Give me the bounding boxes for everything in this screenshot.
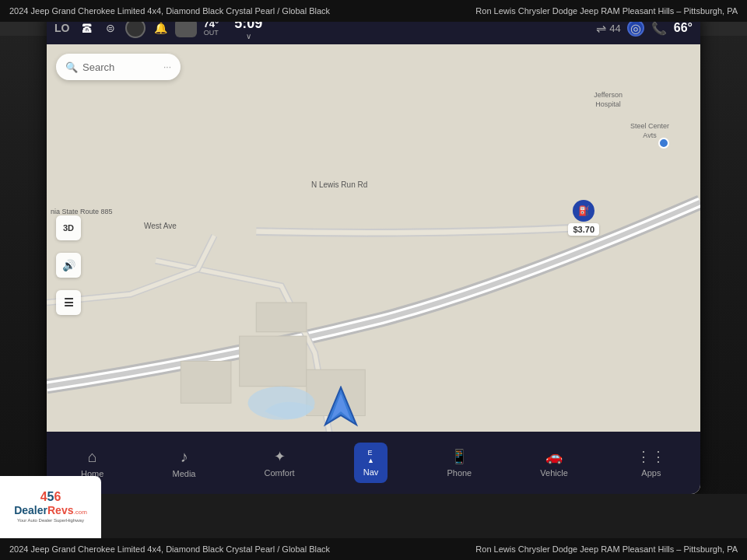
search-dots: ··· bbox=[163, 61, 171, 72]
bottom-bar-dealer: Ron Lewis Chrysler Dodge Jeep RAM Pleasa… bbox=[475, 544, 738, 554]
map-roads-svg bbox=[47, 44, 700, 494]
volume-icon: 🔊 bbox=[62, 259, 75, 271]
media-icon: ♪ bbox=[180, 448, 188, 466]
logo-dealer: Dealer bbox=[14, 504, 47, 516]
nav-item-vehicle[interactable]: 🚗 Vehicle bbox=[531, 442, 577, 484]
nav-item-vehicle-label: Vehicle bbox=[540, 468, 567, 478]
top-bar-title: 2024 Jeep Grand Cherokee Limited 4x4, Di… bbox=[9, 6, 330, 16]
nav-item-phone-label: Phone bbox=[447, 468, 472, 478]
logo-tagline: Your Auto Dealer SuperHighway bbox=[17, 518, 84, 523]
location-dot bbox=[658, 138, 669, 149]
apps-icon: ⋮⋮ bbox=[637, 448, 666, 465]
nav-item-nav[interactable]: E ▲ Nav bbox=[354, 443, 388, 483]
nav-item-media-label: Media bbox=[172, 469, 195, 478]
svg-rect-1 bbox=[181, 361, 231, 403]
comfort-icon: ✦ bbox=[274, 448, 286, 465]
top-bar: 2024 Jeep Grand Cherokee Limited 4x4, Di… bbox=[0, 0, 747, 22]
volume-button[interactable]: 🔊 bbox=[56, 253, 81, 278]
logo-dot: .com bbox=[73, 509, 86, 516]
bottom-nav: ⌂ Home ♪ Media ✦ Comfort E ▲ Nav 📱 Phone bbox=[47, 432, 700, 494]
nav-item-apps-label: Apps bbox=[641, 468, 661, 478]
hands-free-icon[interactable]: 📞 bbox=[651, 19, 668, 37]
bottom-bar-title: 2024 Jeep Grand Cherokee Limited 4x4, Di… bbox=[9, 544, 330, 554]
phone-nav-icon: 📱 bbox=[451, 448, 468, 465]
bottom-bar: 2024 Jeep Grand Cherokee Limited 4x4, Di… bbox=[0, 538, 747, 560]
bluetooth-icon[interactable]: ⊜ bbox=[102, 19, 119, 37]
hamburger-icon: ☰ bbox=[64, 296, 74, 309]
nav-arrow-container bbox=[321, 386, 360, 432]
nav-icon: E ▲ bbox=[367, 449, 374, 464]
area-label-1: JeffersonHospital bbox=[594, 91, 622, 109]
nav-item-comfort[interactable]: ✦ Comfort bbox=[255, 442, 304, 484]
search-label: Search bbox=[82, 61, 114, 73]
wifi-icon[interactable]: ◎ bbox=[627, 19, 644, 37]
3d-button[interactable]: 3D bbox=[56, 215, 81, 240]
road-label-3: nia State Route 885 bbox=[51, 208, 113, 215]
search-bar[interactable]: 🔍 Search ··· bbox=[56, 54, 181, 80]
home-icon: ⌂ bbox=[88, 448, 97, 466]
nav-item-phone[interactable]: 📱 Phone bbox=[437, 442, 481, 484]
phone-icon[interactable]: 🕿 bbox=[79, 19, 96, 37]
search-icon: 🔍 bbox=[65, 61, 78, 73]
infotainment-screen: LO 🕿 ⊜ 🔔 74° OUT 5:09 ∨ ⇌ 44 ◎ 📞 66° bbox=[47, 12, 700, 494]
vehicle-icon: 🚗 bbox=[545, 448, 563, 465]
road-label-1: N Lewis Run Rd bbox=[311, 180, 367, 189]
gas-price: $3.70 bbox=[568, 223, 599, 236]
svg-rect-3 bbox=[256, 303, 307, 332]
svg-rect-0 bbox=[240, 336, 307, 387]
road-label-2: West Ave bbox=[144, 222, 177, 230]
notification-icon[interactable]: 🔔 bbox=[152, 19, 169, 37]
gas-station-marker: ⛽ $3.70 bbox=[568, 200, 599, 236]
status-lo: LO bbox=[54, 22, 69, 34]
speed-limit: ⇌ 44 bbox=[596, 21, 620, 36]
gas-icon: ⛽ bbox=[573, 200, 594, 222]
logo-numbers: 456 bbox=[40, 490, 61, 504]
logo-wordmark: Dealer Revs .com bbox=[14, 504, 87, 516]
map-area[interactable]: 🔍 Search ··· 3D 🔊 ☰ N Lewis Run Rd West … bbox=[47, 44, 700, 494]
top-bar-dealer: Ron Lewis Chrysler Dodge Jeep RAM Pleasa… bbox=[475, 6, 738, 16]
nav-item-media[interactable]: ♪ Media bbox=[163, 442, 205, 485]
dealerrevs-logo: 456 Dealer Revs .com Your Auto Dealer Su… bbox=[0, 476, 101, 538]
status-right: ⇌ 44 ◎ 📞 66° bbox=[596, 19, 693, 37]
nav-item-apps[interactable]: ⋮⋮ Apps bbox=[627, 442, 675, 484]
menu-button[interactable]: ☰ bbox=[56, 290, 81, 315]
navigation-arrow-svg bbox=[321, 386, 360, 429]
logo-revs: Revs bbox=[47, 504, 73, 516]
nav-item-comfort-label: Comfort bbox=[265, 468, 295, 478]
nav-item-nav-label: Nav bbox=[363, 467, 379, 477]
